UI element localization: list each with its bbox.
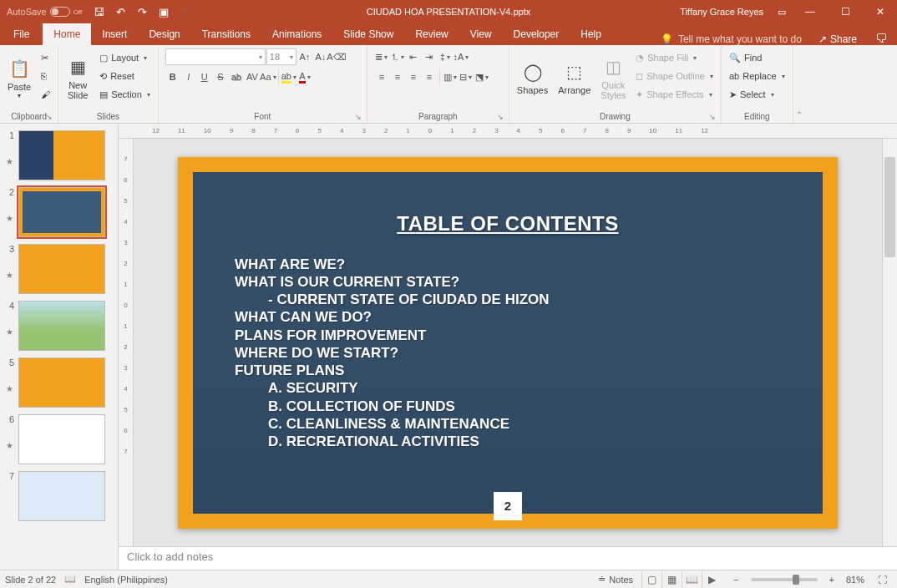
find-button[interactable]: 🔍Find <box>725 48 789 67</box>
select-button[interactable]: ➤Select <box>725 85 789 104</box>
paragraph-launcher-icon[interactable]: ↘ <box>497 113 504 121</box>
thumbnail-2[interactable]: 2★ <box>0 184 118 241</box>
section-button[interactable]: ▤Section <box>95 85 155 104</box>
thumbnail-5[interactable]: 5★ <box>0 354 118 411</box>
slide-content[interactable]: WHAT ARE WE? WHAT IS OUR CURRENT STATE? … <box>235 256 789 451</box>
tab-home[interactable]: Home <box>43 23 91 45</box>
smartart-button[interactable]: ⬔ <box>474 68 489 85</box>
line-spacing-button[interactable]: ‡ <box>438 48 453 65</box>
zoom-in-button[interactable]: + <box>826 575 838 585</box>
autosave-toggle[interactable]: AutoSave Off <box>7 7 82 17</box>
save-icon[interactable]: 🖫 <box>92 5 105 18</box>
align-text-button[interactable]: ⊟ <box>459 68 474 85</box>
new-slide-button[interactable]: ▦ New Slide <box>62 48 94 107</box>
tab-developer[interactable]: Developer <box>503 23 570 45</box>
increase-font-button[interactable]: A↑ <box>297 48 312 65</box>
tab-review[interactable]: Review <box>404 23 459 45</box>
font-launcher-icon[interactable]: ↘ <box>355 113 362 121</box>
tab-slideshow[interactable]: Slide Show <box>332 23 404 45</box>
font-name-combo[interactable]: ▾ <box>165 48 266 65</box>
horizontal-ruler[interactable]: 12 11 10 9 8 7 6 5 4 3 2 1 0 1 2 3 4 5 6… <box>119 124 897 139</box>
format-painter-button[interactable]: 🖌 <box>37 85 54 104</box>
cut-button[interactable]: ✂ <box>37 48 54 67</box>
justify-button[interactable]: ≡ <box>422 68 437 85</box>
close-button[interactable]: ✕ <box>864 0 897 23</box>
minimize-button[interactable]: ― <box>793 0 827 23</box>
zoom-out-button[interactable]: − <box>730 575 742 585</box>
layout-button[interactable]: ▢Layout <box>95 48 155 67</box>
quick-styles-button[interactable]: ◫Quick Styles <box>596 48 630 107</box>
increase-indent-button[interactable]: ⇥ <box>422 48 437 65</box>
tell-me-search[interactable]: 💡 Tell me what you want to do <box>652 33 810 45</box>
underline-button[interactable]: U <box>197 68 212 85</box>
arrange-button[interactable]: ⬚Arrange <box>554 48 595 107</box>
thumbnail-1[interactable]: 1★ <box>0 127 118 184</box>
strikethrough-button[interactable]: S <box>213 68 228 85</box>
slide-position[interactable]: Slide 2 of 22 <box>5 575 56 585</box>
ribbon-display-options-icon[interactable]: ▭ <box>772 0 792 23</box>
slideshow-view-button[interactable]: ▶ <box>702 571 722 588</box>
tab-insert[interactable]: Insert <box>91 23 138 45</box>
thumbnail-6[interactable]: 6★ <box>0 411 118 468</box>
shapes-button[interactable]: ◯Shapes <box>513 48 552 107</box>
font-color-button[interactable]: A <box>297 68 312 85</box>
zoom-slider-thumb[interactable] <box>793 575 799 585</box>
decrease-indent-button[interactable]: ⇤ <box>406 48 421 65</box>
italic-button[interactable]: I <box>181 68 196 85</box>
font-highlight-button[interactable]: ab <box>281 68 296 85</box>
copy-button[interactable]: ⎘ <box>37 67 54 85</box>
replace-button[interactable]: abReplace <box>725 67 789 85</box>
fit-to-window-button[interactable]: ⛶ <box>873 575 892 585</box>
tab-design[interactable]: Design <box>138 23 190 45</box>
notes-pane[interactable]: Click to add notes <box>119 546 897 570</box>
slide[interactable]: TABLE OF CONTENTS WHAT ARE WE? WHAT IS O… <box>178 157 838 529</box>
collapse-ribbon-button[interactable]: ⌃ <box>793 45 805 123</box>
shape-effects-button[interactable]: ✦Shape Effects <box>631 85 717 104</box>
redo-icon[interactable]: ↷ <box>135 5 149 18</box>
slide-canvas[interactable]: TABLE OF CONTENTS WHAT ARE WE? WHAT IS O… <box>134 139 882 546</box>
paste-button[interactable]: 📋 Paste ▾ <box>3 48 35 107</box>
numbering-button[interactable]: ⒈ <box>390 48 405 65</box>
qat-customize-icon[interactable] <box>179 5 192 18</box>
tab-file[interactable]: File <box>0 23 43 45</box>
undo-icon[interactable]: ↶ <box>114 5 127 18</box>
align-right-button[interactable]: ≡ <box>406 68 421 85</box>
user-name[interactable]: Tiffany Grace Reyes <box>680 7 763 17</box>
bold-button[interactable]: B <box>165 68 180 85</box>
shape-outline-button[interactable]: ◻Shape Outline <box>631 67 717 85</box>
slide-title[interactable]: TABLE OF CONTENTS <box>226 212 789 236</box>
text-shadow-button[interactable]: ab <box>229 68 244 85</box>
text-direction-button[interactable]: ↕A <box>454 48 469 65</box>
bullets-button[interactable]: ≣ <box>374 48 389 65</box>
change-case-button[interactable]: Aa <box>261 68 276 85</box>
clipboard-launcher-icon[interactable]: ↘ <box>46 113 53 121</box>
slide-sorter-button[interactable]: ▦ <box>661 571 682 588</box>
maximize-button[interactable]: ☐ <box>829 0 862 23</box>
tab-help[interactable]: Help <box>570 23 612 45</box>
start-from-beginning-icon[interactable]: ▣ <box>157 5 170 18</box>
thumbnail-3[interactable]: 3★ <box>0 241 118 297</box>
align-center-button[interactable]: ≡ <box>390 68 405 85</box>
language-status[interactable]: English (Philippines) <box>84 575 168 585</box>
tab-transitions[interactable]: Transitions <box>191 23 261 45</box>
comments-button[interactable]: 🗨 <box>865 32 897 45</box>
tab-view[interactable]: View <box>459 23 503 45</box>
vertical-scrollbar[interactable] <box>882 139 897 546</box>
spell-check-icon[interactable]: 📖 <box>64 574 76 585</box>
shape-fill-button[interactable]: ◔Shape Fill <box>631 48 717 67</box>
zoom-level[interactable]: 81% <box>846 575 864 585</box>
reading-view-button[interactable]: 📖 <box>682 571 702 588</box>
share-button[interactable]: ↗ Share <box>810 33 865 45</box>
scroll-thumb[interactable] <box>884 157 895 257</box>
slide-thumbnails[interactable]: 1★ 2★ 3★ 4★ 5★ 6★ 7 <box>0 124 119 570</box>
thumbnail-4[interactable]: 4★ <box>0 297 118 354</box>
normal-view-button[interactable]: ▢ <box>641 571 661 588</box>
columns-button[interactable]: ▥ <box>443 68 458 85</box>
vertical-ruler[interactable]: 7 6 5 4 3 2 1 0 1 2 3 4 5 6 7 <box>119 139 134 546</box>
tab-animations[interactable]: Animations <box>261 23 332 45</box>
font-size-combo[interactable]: 18▾ <box>266 48 296 65</box>
zoom-slider[interactable] <box>751 578 818 581</box>
character-spacing-button[interactable]: AV <box>245 68 260 85</box>
thumbnail-7[interactable]: 7 <box>0 468 118 525</box>
clear-formatting-button[interactable]: A⌫ <box>329 48 344 65</box>
